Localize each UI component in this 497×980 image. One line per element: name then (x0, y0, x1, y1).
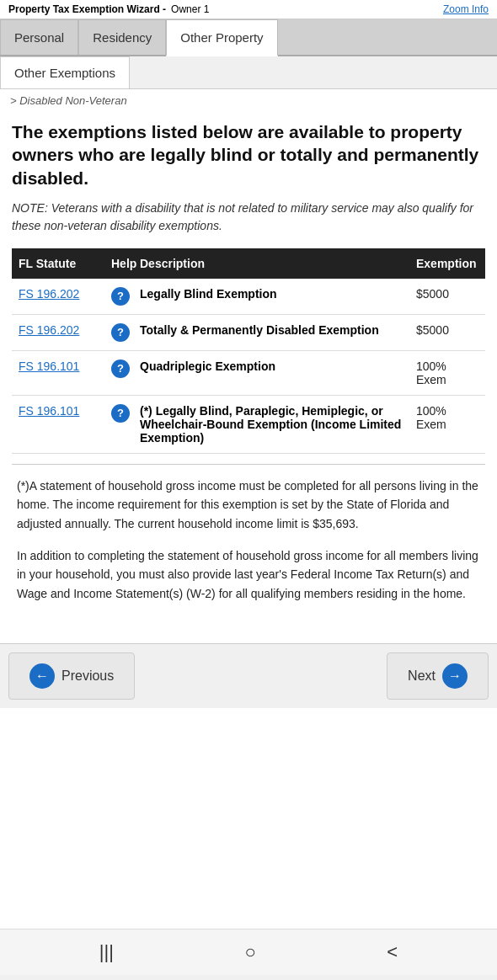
nav-bar: ← Previous Next → (0, 643, 497, 708)
main-heading: The exemptions listed below are availabl… (12, 120, 485, 189)
note-text: NOTE: Veterans with a disability that is… (12, 200, 485, 235)
owner-label: Owner 1 (171, 3, 209, 15)
exemption-table: FL Statute Help Description Exemption FS… (12, 248, 485, 454)
main-container: Personal Residency Other Property Other … (0, 19, 497, 929)
col-statute: FL Statute (12, 248, 104, 279)
breadcrumb: > Disabled Non-Veteran (0, 89, 497, 112)
sub-tab-bar: Other Exemptions (0, 56, 497, 89)
breadcrumb-label: Disabled Non-Veteran (19, 94, 126, 107)
footnote-para-1: (*)A statement of household gross income… (17, 477, 480, 533)
sub-tab-other-exemptions[interactable]: Other Exemptions (0, 56, 130, 88)
previous-label: Previous (61, 668, 114, 684)
next-label: Next (408, 668, 436, 684)
phone-nav-bar: ||| ○ < (0, 929, 497, 975)
tab-bar: Personal Residency Other Property (0, 19, 497, 56)
prev-arrow-icon: ← (29, 663, 55, 689)
footnote-section: (*)A statement of household gross income… (12, 464, 485, 628)
content-area: The exemptions listed below are availabl… (0, 112, 497, 636)
exemption-cell: 100% Exem (409, 350, 485, 395)
table-row: FS 196.101?Quadriplegic Exemption100% Ex… (12, 350, 485, 395)
col-exemption: Exemption (409, 248, 485, 279)
phone-nav-home-icon[interactable]: ○ (245, 941, 256, 963)
phone-nav-bars-icon[interactable]: ||| (99, 941, 114, 963)
table-row: FS 196.202?Legally Blind Exemption$5000 (12, 279, 485, 315)
col-help: Help (104, 248, 133, 279)
exemption-cell: $5000 (409, 314, 485, 350)
tab-other-property[interactable]: Other Property (166, 19, 277, 56)
table-row: FS 196.101?(*) Legally Blind, Paraplegic… (12, 395, 485, 453)
table-row: FS 196.202?Totally & Permanently Disable… (12, 314, 485, 350)
footnote-para-2: In addition to completing the statement … (17, 546, 480, 603)
next-button[interactable]: Next → (387, 652, 489, 700)
description-cell: (*) Legally Blind, Paraplegic, Hemiplegi… (133, 395, 409, 453)
exemption-cell: $5000 (409, 279, 485, 315)
help-button[interactable]: ? (111, 323, 130, 342)
help-button[interactable]: ? (111, 360, 130, 378)
tab-personal[interactable]: Personal (0, 19, 78, 55)
statute-link[interactable]: FS 196.202 (19, 287, 79, 301)
next-arrow-icon: → (442, 663, 468, 689)
zoom-info-link[interactable]: Zoom Info (443, 3, 489, 15)
help-button[interactable]: ? (111, 404, 130, 423)
status-bar: Property Tax Exemption Wizard - Owner 1 … (0, 0, 497, 19)
statute-link[interactable]: FS 196.101 (19, 360, 79, 373)
breadcrumb-prefix: > (10, 94, 19, 107)
tab-residency[interactable]: Residency (78, 19, 166, 55)
description-cell: Totally & Permanently Disabled Exemption (133, 314, 409, 350)
help-button[interactable]: ? (111, 287, 130, 306)
statute-link[interactable]: FS 196.202 (19, 323, 79, 337)
description-cell: Legally Blind Exemption (133, 279, 409, 315)
statute-link[interactable]: FS 196.101 (19, 404, 79, 418)
phone-nav-back-icon[interactable]: < (387, 941, 398, 963)
app-title: Property Tax Exemption Wizard - (8, 3, 166, 15)
previous-button[interactable]: ← Previous (8, 652, 135, 700)
description-cell: Quadriplegic Exemption (133, 350, 409, 395)
exemption-cell: 100% Exem (409, 395, 485, 453)
col-description: Description (133, 248, 409, 279)
